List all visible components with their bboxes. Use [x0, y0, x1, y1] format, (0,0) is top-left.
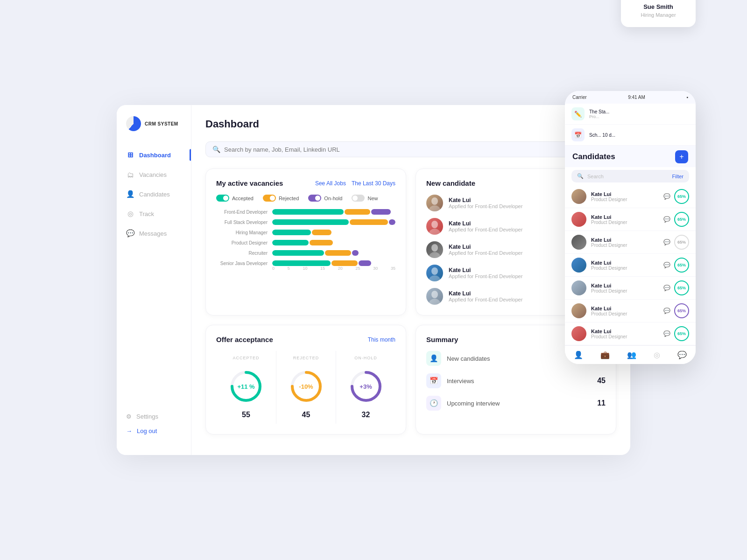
phone-chat-icon[interactable]: 💬: [662, 260, 671, 270]
sidebar-item-messages[interactable]: 💬 Messages: [117, 224, 191, 243]
donut-wrap: -10%: [288, 368, 325, 405]
battery-icon: ▪: [686, 95, 688, 100]
activity-text-2: Sch... 10 d...: [589, 133, 615, 138]
offer-title: Offer acceptance: [216, 336, 273, 343]
phone-search-placeholder: Search: [587, 174, 604, 179]
phone-candidate-row[interactable]: Kate LuiProduct Designer💬65%: [565, 231, 696, 254]
bar-axis: 05101520253035: [272, 266, 395, 271]
candidate-name: Kate Lui: [449, 244, 522, 250]
status-time: 9:41 AM: [628, 95, 645, 100]
sidebar-item-track[interactable]: ◎ Track: [117, 204, 191, 224]
avatar: [426, 241, 443, 258]
bar-chart: Front-End DeveloperFull Stack DeveloperH…: [216, 209, 395, 266]
phone-candidate-row[interactable]: Kate LuiProduct Designer💬65%: [565, 185, 696, 208]
messages-icon: 💬: [126, 229, 134, 238]
phone-activity-2: 📅 Sch... 10 d...: [565, 125, 696, 146]
candidate-name: Kate Lui: [449, 290, 522, 297]
vacancies-icon: 🗂: [126, 170, 134, 179]
phone-nav-candidates[interactable]: 👥: [627, 350, 636, 359]
phone-chat-icon[interactable]: 💬: [662, 306, 671, 315]
phone-candidate-row[interactable]: Kate LuiProduct Designer💬65%: [565, 254, 696, 277]
bar-track: [272, 250, 395, 256]
toggle-new[interactable]: New: [352, 195, 378, 202]
phone-avatar: [571, 212, 586, 227]
bar-track: [272, 219, 395, 225]
phone-candidate-row[interactable]: Kate LuiProduct Designer💬65%: [565, 208, 696, 231]
percent-badge: 65%: [674, 326, 689, 341]
svg-point-2: [431, 221, 438, 228]
settings-label: Settings: [136, 413, 158, 420]
bar-seg-accepted: [272, 219, 349, 225]
bar-label: Product Designer: [216, 240, 268, 245]
phone-cand-actions: 💬65%: [662, 303, 689, 318]
toggle-accepted[interactable]: Accepted: [216, 195, 254, 202]
offer-col-onhold: ON-HOLD+3%32: [336, 351, 395, 424]
sidebar-label-candidates: Candidates: [139, 191, 170, 198]
phone-candidate-row[interactable]: Kate LuiProduct Designer💬65%: [565, 322, 696, 345]
last-30-days-link[interactable]: The Last 30 Days: [352, 180, 395, 187]
sidebar-bottom: ⚙ Settings → Log out: [117, 404, 191, 444]
phone-cand-name: Kate Lui: [591, 191, 657, 197]
bar-seg-rejected: [312, 230, 331, 235]
svg-point-9: [429, 299, 440, 305]
svg-point-5: [429, 252, 440, 258]
phone-chat-icon[interactable]: 💬: [662, 329, 671, 338]
phone-candidate-row[interactable]: Kate LuiProduct Designer💬65%: [565, 277, 696, 300]
carrier-text: Carrier: [572, 95, 587, 100]
sidebar-item-settings[interactable]: ⚙ Settings: [126, 413, 182, 420]
candidate-name: Kate Lui: [449, 220, 522, 227]
candidate-name: Kate Lui: [449, 197, 522, 203]
phone-nav-briefcase[interactable]: 💼: [600, 350, 610, 359]
toggle-onhold[interactable]: On-hold: [308, 195, 342, 202]
offer-count: 45: [302, 411, 310, 419]
phone-nav-track[interactable]: ◎: [654, 350, 660, 359]
sidebar-item-logout[interactable]: → Log out: [126, 427, 182, 434]
toggle-accepted-label: Accepted: [232, 196, 254, 201]
see-all-jobs-link[interactable]: See All Jobs: [315, 180, 346, 187]
svg-point-1: [429, 205, 440, 211]
phone-chat-icon[interactable]: 💬: [662, 192, 671, 201]
phone-add-button[interactable]: +: [675, 150, 688, 163]
search-bar[interactable]: 🔍: [205, 141, 616, 157]
phone-chat-icon[interactable]: 💬: [662, 215, 671, 224]
phone-nav-chat[interactable]: 💬: [677, 350, 687, 359]
phone-filter-btn[interactable]: Filter: [672, 174, 684, 179]
phone-chat-icon[interactable]: 💬: [662, 238, 671, 247]
search-input[interactable]: [224, 146, 364, 153]
toggle-rejected[interactable]: Rejected: [263, 195, 299, 202]
phone-cand-role: Product Designer: [591, 220, 657, 225]
summary-icon: 📅: [426, 373, 441, 388]
summary-item-count: 11: [597, 399, 606, 407]
candidate-info: Kate LuiAppfied for Front-End Developer: [449, 220, 522, 232]
percent-badge: 65%: [674, 280, 689, 295]
vacancies-card: My active vacancies See All Jobs The Las…: [205, 168, 406, 315]
sidebar: CRM SYSTEM ⊞ Dashboard 🗂 Vacancies 👤 Can…: [117, 105, 191, 455]
bar-row: Senior Java Developer: [216, 260, 395, 266]
bar-seg-accepted: [272, 260, 331, 266]
donut-wrap: +11 %: [227, 368, 265, 405]
candidate-info: Kate LuiAppfied for Front-End Developer: [449, 267, 522, 279]
phone-search-icon: 🔍: [577, 173, 584, 179]
search-icon: 🔍: [212, 146, 220, 153]
phone-avatar: [571, 235, 586, 250]
phone-chat-icon[interactable]: 💬: [662, 283, 671, 293]
app-shell: CRM SYSTEM ⊞ Dashboard 🗂 Vacancies 👤 Can…: [117, 105, 630, 455]
phone-avatar: [571, 326, 586, 341]
percent-badge: 65%: [674, 212, 689, 227]
phone-cand-actions: 💬65%: [662, 258, 689, 273]
phone-search[interactable]: 🔍 Search Filter: [571, 170, 689, 182]
bar-seg-accepted: [272, 230, 311, 235]
page-title: Dashboard: [205, 118, 259, 130]
sidebar-item-candidates[interactable]: 👤 Candidates: [117, 184, 191, 204]
phone-candidate-row[interactable]: Kate LuiProduct Designer💬65%: [565, 300, 696, 322]
summary-item-count: 45: [597, 377, 606, 385]
grid-row-1: My active vacancies See All Jobs The Las…: [205, 168, 616, 315]
sidebar-item-vacancies[interactable]: 🗂 Vacancies: [117, 165, 191, 184]
phone-nav-profile[interactable]: 👤: [574, 350, 583, 359]
phone-cand-name: Kate Lui: [591, 306, 657, 311]
phone-cand-info: Kate LuiProduct Designer: [591, 237, 657, 248]
sidebar-item-dashboard[interactable]: ⊞ Dashboard: [117, 145, 191, 165]
vacancies-card-header: My active vacancies See All Jobs The Las…: [216, 179, 395, 187]
summary-title: Summary: [426, 336, 458, 343]
logo-icon: [126, 116, 141, 131]
